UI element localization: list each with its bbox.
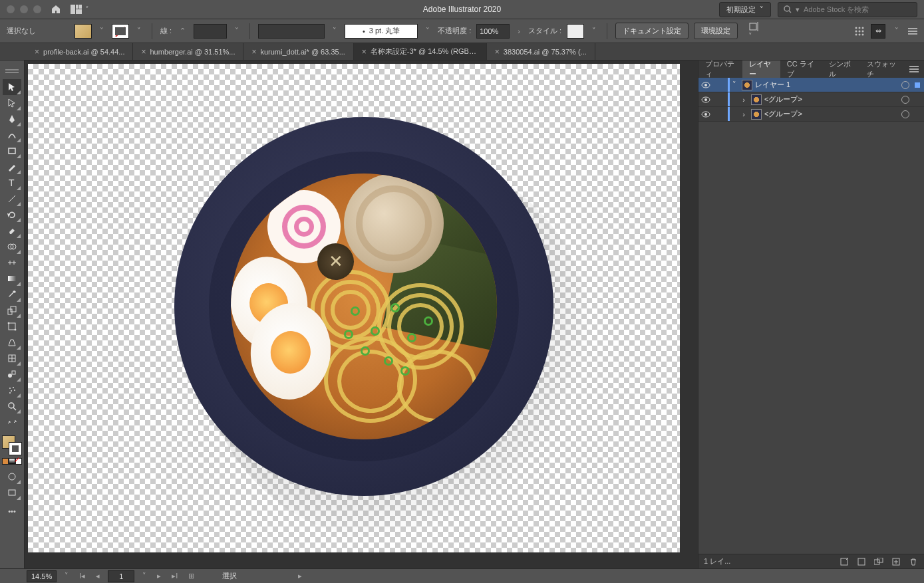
stroke-swatch[interactable] — [112, 24, 129, 39]
svg-rect-20 — [5, 69, 19, 70]
perspective-tool[interactable] — [3, 334, 21, 350]
visibility-icon[interactable] — [698, 82, 713, 88]
panel-tab-properties[interactable]: プロパティ — [698, 60, 742, 78]
direct-selection-tool[interactable] — [3, 95, 21, 111]
fill-swatch[interactable] — [75, 24, 92, 39]
last-artboard-icon[interactable]: ▸I — [169, 572, 180, 580]
shape-builder-tool[interactable] — [3, 239, 21, 255]
prev-artboard-icon[interactable]: ◂ — [93, 572, 102, 580]
layer-row[interactable]: › <グループ> — [698, 107, 924, 122]
brush-field[interactable]: •3 pt. 丸筆 — [345, 24, 418, 39]
fill-dropdown[interactable]: ˅ — [97, 27, 106, 35]
pen-tool[interactable] — [3, 111, 21, 127]
panel-tab-swatches[interactable]: スウォッチ — [860, 60, 904, 78]
panel-tab-layers[interactable]: レイヤー — [742, 60, 780, 78]
rotate-tool[interactable] — [3, 207, 21, 223]
stroke-weight-up[interactable]: ˅ — [232, 27, 241, 35]
zoom-field[interactable]: 14.5% — [27, 570, 57, 582]
arrange-documents-icon[interactable]: ˅ — [71, 5, 89, 14]
stroke-dropdown[interactable]: ˅ — [134, 27, 144, 35]
layer-name[interactable]: <グループ> — [764, 94, 901, 104]
screen-mode[interactable] — [3, 485, 21, 501]
edit-toolbar[interactable]: ••• — [3, 503, 21, 519]
doc-tab-1[interactable]: ×humberger.ai @ 31.51%... — [133, 43, 243, 60]
type-tool[interactable]: T — [3, 175, 21, 191]
new-sublayer-icon[interactable] — [873, 556, 884, 567]
workspace-dropdown[interactable]: 初期設定 ˅ — [719, 2, 771, 17]
toolbar-grip[interactable] — [3, 63, 21, 79]
layer-name[interactable]: レイヤー 1 — [755, 80, 901, 90]
grid-icon[interactable] — [855, 27, 864, 36]
panel-menu-icon[interactable] — [908, 27, 917, 35]
close-icon[interactable]: × — [35, 47, 39, 57]
scale-tool[interactable] — [3, 302, 21, 318]
delete-layer-icon[interactable] — [908, 556, 919, 567]
layer-row[interactable]: ˅ レイヤー 1 — [698, 78, 924, 92]
close-window[interactable] — [7, 5, 15, 13]
rectangle-tool[interactable] — [3, 143, 21, 159]
target-icon[interactable] — [901, 110, 909, 118]
stroke-weight-field[interactable] — [194, 24, 227, 39]
eyedropper-tool[interactable] — [3, 287, 21, 302]
target-icon[interactable] — [901, 96, 909, 104]
close-icon[interactable]: × — [362, 47, 367, 57]
panel-tab-symbols[interactable]: シンボル — [822, 60, 860, 78]
layer-row[interactable]: › <グループ> — [698, 92, 924, 107]
width-tool[interactable] — [3, 255, 21, 271]
status-menu-icon[interactable]: ▸ — [295, 572, 305, 580]
zoom-tool[interactable] — [3, 398, 21, 414]
make-clipping-mask-icon[interactable] — [856, 556, 867, 567]
next-artboard-icon[interactable]: ▸ — [154, 572, 164, 580]
gradient-tool[interactable] — [3, 271, 21, 287]
first-artboard-icon[interactable]: I◂ — [77, 572, 88, 580]
stock-search[interactable]: ▾ Adobe Stock を検索 — [778, 2, 917, 17]
doc-tab-2[interactable]: ×kurumi_dott.ai* @ 63.35... — [243, 43, 353, 60]
var-width-profile[interactable] — [258, 24, 325, 39]
draw-mode[interactable] — [3, 469, 21, 485]
layer-name[interactable]: <グループ> — [764, 109, 901, 119]
stroke-weight-down[interactable]: ⌃ — [177, 27, 188, 35]
panel-menu-icon[interactable] — [904, 60, 924, 78]
transform-panel-icon[interactable]: ⇔ — [871, 24, 885, 39]
opacity-arrow[interactable]: › — [515, 27, 523, 35]
visibility-icon[interactable] — [698, 96, 713, 103]
target-icon[interactable] — [901, 81, 909, 89]
style-swatch[interactable] — [567, 24, 584, 39]
doc-tab-3[interactable]: ×名称未設定-3* @ 14.5% (RGB/GPU プレビュー) — [354, 43, 487, 60]
disclosure-icon[interactable]: › — [739, 96, 748, 104]
artboard-nav-icon[interactable]: ⊞ — [186, 572, 197, 580]
symbol-sprayer-tool[interactable] — [3, 382, 21, 398]
doc-tab-0[interactable]: ×profile-back.ai @ 54.44... — [27, 43, 133, 60]
line-tool[interactable] — [3, 191, 21, 207]
selection-tool[interactable] — [3, 79, 21, 95]
canvas[interactable]: ✕ — [25, 60, 698, 568]
home-icon[interactable] — [51, 4, 61, 15]
align-to-icon[interactable]: ˅ — [746, 21, 763, 41]
toggle-fill-stroke[interactable] — [3, 414, 21, 430]
color-mode-row[interactable] — [2, 458, 22, 465]
free-transform-tool[interactable] — [3, 318, 21, 334]
doc-tab-4[interactable]: ×3830054.ai @ 75.37% (... — [487, 43, 595, 60]
paintbrush-tool[interactable] — [3, 159, 21, 175]
new-layer-icon[interactable] — [891, 556, 901, 567]
preferences-button[interactable]: 環境設定 — [694, 23, 738, 39]
document-setup-button[interactable]: ドキュメント設定 — [615, 23, 689, 39]
eraser-tool[interactable] — [3, 223, 21, 239]
curvature-tool[interactable] — [3, 127, 21, 143]
panel-tab-cc-libraries[interactable]: CC ライブ — [780, 60, 822, 78]
disclosure-icon[interactable]: › — [739, 110, 748, 118]
mesh-tool[interactable] — [3, 350, 21, 366]
zoom-window[interactable] — [33, 5, 41, 13]
locate-object-icon[interactable] — [839, 556, 849, 567]
svg-point-12 — [859, 30, 861, 32]
blend-tool[interactable] — [3, 366, 21, 382]
close-icon[interactable]: × — [251, 47, 256, 57]
minimize-window[interactable] — [20, 5, 28, 13]
close-icon[interactable]: × — [495, 47, 500, 57]
opacity-field[interactable]: 100% — [476, 24, 510, 39]
artboard-number-field[interactable]: 1 — [108, 570, 134, 582]
disclosure-icon[interactable]: ˅ — [730, 80, 739, 89]
close-icon[interactable]: × — [141, 47, 146, 57]
visibility-icon[interactable] — [698, 111, 713, 118]
fill-stroke-indicator[interactable] — [2, 435, 22, 455]
